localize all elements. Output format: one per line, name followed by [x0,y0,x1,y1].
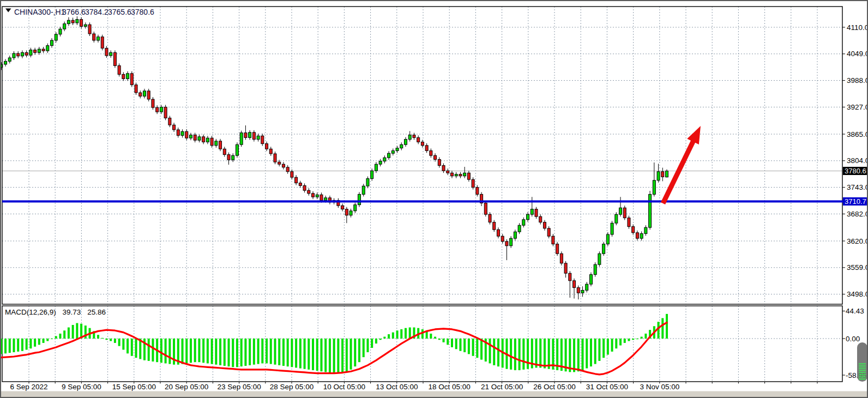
macd-panel-surface[interactable] [2,306,842,382]
price-chart-svg: 4110.04049.03988.03927.03865.03804.03743… [0,0,868,398]
price-axis-surface[interactable] [843,7,867,382]
chart-window: 4110.04049.03988.03927.03865.03804.03743… [0,0,868,398]
main-chart-surface[interactable] [2,7,842,304]
time-axis-surface[interactable] [2,382,842,391]
